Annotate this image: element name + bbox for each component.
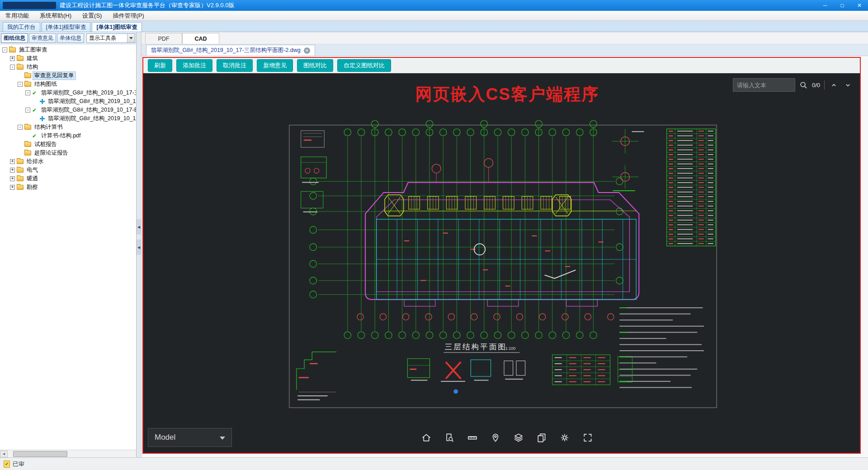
search-icon[interactable] [799, 81, 808, 89]
expand-toggle[interactable] [25, 108, 30, 113]
tree-item[interactable]: 施工图审查 [1, 46, 136, 54]
tree-item[interactable]: 建筑 [1, 54, 136, 63]
sheets-button[interactable] [532, 428, 551, 447]
horizontal-scrollbar[interactable]: ◄ [0, 450, 136, 457]
tree-item[interactable]: 计算书-结构.pdf [1, 132, 136, 140]
folder-icon [17, 185, 24, 190]
tree-item[interactable]: 结构计算书 [1, 123, 136, 132]
panel-splitter[interactable] [137, 32, 142, 457]
home-view-button[interactable] [417, 428, 436, 447]
tree-item-label: 勘察 [25, 183, 39, 191]
collapse-panel-button[interactable] [137, 240, 141, 255]
document-tab[interactable]: 翡翠湖别院_G8#_结构_2019_10_17-三层结构平面图-2.dwg [146, 45, 315, 56]
new-comment-button[interactable]: 新增意见 [257, 59, 293, 72]
menu-settings[interactable]: 设置(S) [77, 11, 107, 20]
chevron-down-icon[interactable] [127, 34, 135, 42]
tree-item-label: 超限论证报告 [33, 149, 70, 157]
layers-icon [513, 432, 524, 443]
tab-drawing-info[interactable]: 图纸信息 [1, 33, 28, 43]
folder-icon [17, 56, 24, 61]
close-button[interactable]: ✕ [851, 0, 868, 11]
divider [824, 80, 825, 89]
tree-item-label: 翡翠湖别院_G8#_结构_2019_10_1 [47, 98, 136, 105]
expand-toggle[interactable] [10, 176, 15, 181]
model-space-dropdown[interactable]: Model [148, 428, 232, 447]
collapse-panel-button[interactable] [137, 219, 141, 235]
tree-item-label: 建筑 [25, 55, 39, 62]
expand-toggle[interactable] [25, 90, 30, 95]
custom-drawing-compare-button[interactable]: 自定义图纸对比 [337, 59, 391, 72]
search-prev-button[interactable] [829, 80, 839, 90]
viewer-area: PDF CAD 翡翠湖别院_G8#_结构_2019_10_17-三层结构平面图-… [142, 32, 868, 457]
expand-toggle[interactable] [10, 56, 15, 61]
close-icon[interactable] [304, 47, 310, 54]
menu-plugin-manager[interactable]: 插件管理(P) [107, 11, 149, 20]
page-zoom-icon [444, 432, 454, 443]
tab-unit-info[interactable]: 单体信息 [57, 33, 84, 43]
tree-item[interactable]: 翡翠湖别院_G8#_结构_2019_10_17-三 [1, 89, 136, 97]
maximize-button[interactable]: □ [834, 0, 851, 11]
expand-toggle[interactable] [10, 185, 15, 190]
tree-item[interactable]: 给排水 [1, 157, 136, 166]
tree-item[interactable]: 试桩报告 [1, 140, 136, 149]
tree-item[interactable]: 暖通 [1, 174, 136, 183]
schedule-table [667, 129, 716, 246]
tree-item[interactable]: 结构图纸 [1, 80, 136, 89]
yellow-markers [384, 195, 637, 216]
tree-item[interactable]: 电气 [1, 166, 136, 174]
drawing-tree: 施工图审查 建筑 结构 审查意见回复单 结构图纸 翡翠湖别院_G8#_结构_20… [0, 44, 136, 450]
tree-item[interactable]: 翡翠湖别院_G8#_结构_2019_10_17-E [1, 106, 136, 114]
tree-item[interactable]: 勘察 [1, 183, 136, 192]
add-annotation-button[interactable]: 添加批注 [176, 59, 212, 72]
tab-pdf[interactable]: PDF [145, 33, 182, 44]
menu-system-help[interactable]: 系统帮助(H) [34, 11, 77, 20]
marker-button[interactable] [486, 428, 505, 447]
yellow-hatch-row [409, 197, 571, 209]
layers-button[interactable] [509, 428, 528, 447]
expand-toggle[interactable] [10, 159, 15, 164]
menu-bar: 常用功能 系统帮助(H) 设置(S) 插件管理(P) [0, 11, 868, 21]
tab-model-review[interactable]: [单体1]模型审查 [42, 22, 91, 32]
tab-cad[interactable]: CAD [182, 33, 219, 44]
menu-common-functions[interactable]: 常用功能 [0, 11, 34, 20]
tab-my-workspace[interactable]: 我的工作台 [3, 22, 40, 32]
tab-drawing-review[interactable]: [单体1]图纸审查 [92, 22, 142, 32]
scroll-left-arrow[interactable]: ◄ [0, 451, 8, 457]
tree-item-selected[interactable]: 审查意见回复单 [1, 71, 136, 80]
cancel-annotation-button[interactable]: 取消批注 [217, 59, 253, 72]
cad-viewer-frame: 刷新 添加批注 取消批注 新增意见 图纸对比 自定义图纸对比 [142, 57, 861, 454]
tree-item[interactable]: 翡翠湖别院_G8#_结构_2019_10_1 [1, 97, 136, 106]
model-space-value: Model [155, 433, 175, 442]
left-panel-tab-bar: 图纸信息 审查意见 单体信息 显示工具条 [0, 32, 136, 44]
tree-item[interactable]: 结构 [1, 63, 136, 71]
cad-canvas[interactable]: 三层结构平面图 1:100 网页嵌入CS客户端程序 0/0 [143, 73, 860, 453]
main-area: 图纸信息 审查意见 单体信息 显示工具条 施工图审查 建筑 结构 审查意见回复单… [0, 32, 868, 457]
expand-toggle[interactable] [2, 47, 7, 52]
expand-toggle[interactable] [10, 168, 15, 173]
minimize-button[interactable]: ─ [816, 0, 834, 11]
expand-toggle[interactable] [10, 65, 15, 70]
scrollbar-thumb[interactable] [13, 451, 67, 457]
folder-icon [9, 47, 16, 52]
fullscreen-button[interactable] [578, 428, 597, 447]
toolbar-display-select[interactable]: 显示工具条 [86, 33, 135, 43]
search-next-button[interactable] [843, 80, 853, 90]
refresh-button[interactable]: 刷新 [148, 59, 172, 72]
status-bar: 已审 [0, 457, 868, 470]
measure-button[interactable] [463, 428, 482, 447]
drawing-compare-button[interactable]: 图纸对比 [297, 59, 333, 72]
settings-button[interactable] [555, 428, 574, 447]
map-pin-icon [490, 432, 500, 443]
tree-item-label: 结构 [25, 63, 39, 71]
overlay-watermark: 网页嵌入CS客户端程序 [415, 83, 599, 106]
tree-item-label: 电气 [25, 166, 39, 174]
tab-review-comments[interactable]: 审查意见 [29, 33, 56, 43]
tree-item-label: 翡翠湖别院_G8#_结构_2019_10_17-三 [40, 89, 136, 97]
expand-toggle[interactable] [18, 82, 23, 87]
search-input[interactable] [733, 78, 795, 92]
folder-icon [17, 176, 24, 181]
tree-item[interactable]: 超限论证报告 [1, 149, 136, 157]
zoom-page-button[interactable] [440, 428, 459, 447]
tree-item[interactable]: 翡翠湖别院_G8#_结构_2019_10_1 [1, 114, 136, 123]
expand-toggle[interactable] [18, 125, 23, 130]
